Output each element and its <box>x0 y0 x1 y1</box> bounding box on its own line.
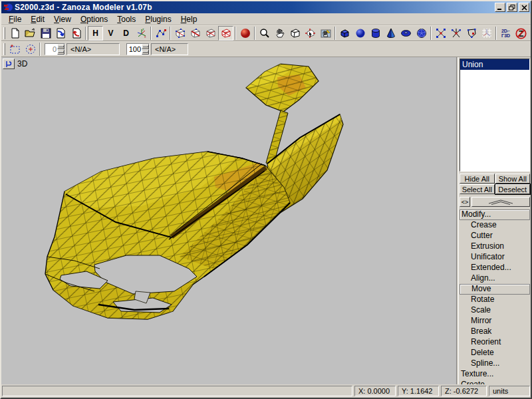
objects-level-button[interactable] <box>218 26 233 41</box>
render-button[interactable] <box>237 26 253 41</box>
restore-button[interactable] <box>507 3 517 12</box>
sphere-primitive-icon <box>355 28 366 39</box>
menu-edit[interactable]: Edit <box>26 14 49 25</box>
menu-bar: File Edit View Options Tools Plugins Hel… <box>1 13 531 25</box>
menu-modify[interactable]: Modify... <box>460 209 530 220</box>
menu-texture[interactable]: Texture... <box>460 369 530 380</box>
window-title: S2000.z3d - Zanoza Modeler v1.07b <box>15 3 493 12</box>
disable-z-button[interactable]: Z <box>513 26 529 41</box>
na-field-2[interactable]: <N/A> <box>151 43 188 55</box>
minimize-button[interactable] <box>495 3 505 12</box>
create-torus-button[interactable] <box>398 26 414 41</box>
status-y-coordinate: Y: 1.1642 <box>398 386 439 396</box>
spin-up-button[interactable] <box>142 44 149 49</box>
value-spinner[interactable]: 0 <box>45 43 65 55</box>
expand-button[interactable]: <> <box>460 197 470 207</box>
menu-unificator[interactable]: Unificator <box>460 252 530 263</box>
menu-tools[interactable]: Tools <box>112 14 140 25</box>
collapse-panel-button[interactable] <box>471 197 530 207</box>
paint-object-button[interactable] <box>318 26 333 41</box>
spin-up-button[interactable] <box>57 44 65 49</box>
status-z-coordinate: Z: -0.6272 <box>441 386 487 396</box>
viewport-mode-button[interactable] <box>3 59 15 69</box>
2d3d-toggle-icon: 2D⌐Γ3D <box>501 29 510 38</box>
menu-view[interactable]: View <box>49 14 76 25</box>
close-button[interactable] <box>519 3 529 12</box>
select-move-object-button[interactable] <box>303 26 318 41</box>
menu-rotate[interactable]: Rotate <box>460 295 530 305</box>
v-mode-button[interactable]: V <box>103 26 118 41</box>
toolbar-grip[interactable] <box>3 43 5 55</box>
menu-file[interactable]: File <box>4 14 26 25</box>
save-button[interactable] <box>38 26 53 41</box>
model-mesh-s2000[interactable] <box>1 57 456 384</box>
spin-down-button[interactable] <box>57 49 65 55</box>
export-button[interactable] <box>68 26 84 41</box>
create-cylinder-button[interactable] <box>368 26 383 41</box>
menu-scale[interactable]: Scale <box>460 305 530 316</box>
detach-faces-button[interactable] <box>464 26 479 41</box>
menu-delete[interactable]: Delete <box>460 348 530 358</box>
menu-extended[interactable]: Extended... <box>460 263 530 273</box>
create-cone-button[interactable] <box>383 26 398 41</box>
app-window: S2000.z3d - Zanoza Modeler v1.07b File E… <box>0 0 532 399</box>
menu-move[interactable]: Move <box>460 284 530 295</box>
na-field-1[interactable]: <N/A> <box>66 43 120 55</box>
menu-reorient[interactable]: Reorient <box>460 337 530 348</box>
vertices-level-button[interactable] <box>172 26 188 41</box>
zoom-button[interactable] <box>257 26 272 41</box>
show-all-button[interactable]: Show All <box>495 174 531 184</box>
spinner-arrows[interactable] <box>142 44 149 55</box>
menu-spline[interactable]: Spline... <box>460 358 530 369</box>
d-mode-button[interactable]: D <box>118 26 134 41</box>
open-button[interactable] <box>23 26 38 41</box>
hide-all-button[interactable]: Hide All <box>460 174 495 184</box>
axes-button[interactable]: zx <box>134 26 149 41</box>
toolbar-separator <box>430 27 432 40</box>
spin-down-button[interactable] <box>142 49 149 55</box>
menu-help[interactable]: Help <box>176 14 202 25</box>
select-all-button[interactable]: Select All <box>460 184 495 194</box>
close-icon <box>521 5 527 11</box>
menu-extrusion[interactable]: Extrusion <box>460 241 530 252</box>
percent-spinner[interactable]: 100 <box>126 43 150 55</box>
mesh-roof-panel[interactable] <box>246 64 319 112</box>
objects-list[interactable]: Union <box>460 59 530 172</box>
list-item-union[interactable]: Union <box>460 59 529 70</box>
circle-select-icon <box>25 44 36 55</box>
menu-align[interactable]: Align... <box>460 273 530 284</box>
marquee-select-button[interactable] <box>7 42 23 57</box>
viewport-3d[interactable]: 3D <box>1 57 456 384</box>
menu-options[interactable]: Options <box>76 14 112 25</box>
mesh-car-body[interactable] <box>45 152 290 319</box>
menu-crease[interactable]: Crease <box>460 220 530 231</box>
deselect-button[interactable]: Deselect <box>495 184 531 194</box>
status-bar: X: 0.0000 Y: 1.1642 Z: -0.6272 units <box>1 384 531 398</box>
create-sphere-button[interactable] <box>352 26 368 41</box>
circle-select-button[interactable] <box>23 42 38 57</box>
pan-button[interactable] <box>272 26 287 41</box>
unweld-vertices-button[interactable] <box>448 26 464 41</box>
h-mode-button[interactable]: H <box>88 26 103 41</box>
spinner-arrows[interactable] <box>57 44 65 55</box>
faces-level-button[interactable] <box>203 26 218 41</box>
edges-level-button[interactable] <box>188 26 203 41</box>
weld-vertices-button[interactable] <box>433 26 448 41</box>
import-button[interactable] <box>53 26 68 41</box>
rotate-view-button[interactable] <box>287 26 303 41</box>
create-geosphere-button[interactable] <box>414 26 429 41</box>
menu-plugins[interactable]: Plugins <box>140 14 176 25</box>
toolbar-grip[interactable] <box>3 27 5 39</box>
polyline-select-button[interactable] <box>153 26 168 41</box>
menu-create[interactable]: Create... <box>460 380 530 384</box>
toggle-2d3d-button[interactable]: 2D⌐Γ3D <box>498 26 513 41</box>
create-box-button[interactable] <box>337 26 352 41</box>
new-button[interactable] <box>7 26 23 41</box>
svg-text:x: x <box>144 35 146 39</box>
menu-break[interactable]: Break <box>460 327 530 337</box>
title-bar[interactable]: S2000.z3d - Zanoza Modeler v1.07b <box>1 1 531 13</box>
menu-mirror[interactable]: Mirror <box>460 316 530 327</box>
axes-icon: zx <box>136 28 147 39</box>
grid-snap-button[interactable] <box>479 26 494 41</box>
menu-cutter[interactable]: Cutter <box>460 231 530 241</box>
